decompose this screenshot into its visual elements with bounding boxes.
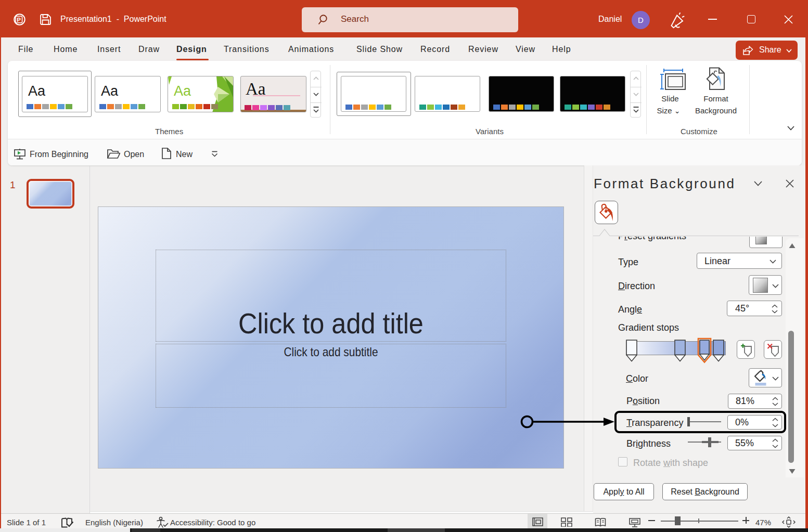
- svg-text:P: P: [17, 17, 21, 23]
